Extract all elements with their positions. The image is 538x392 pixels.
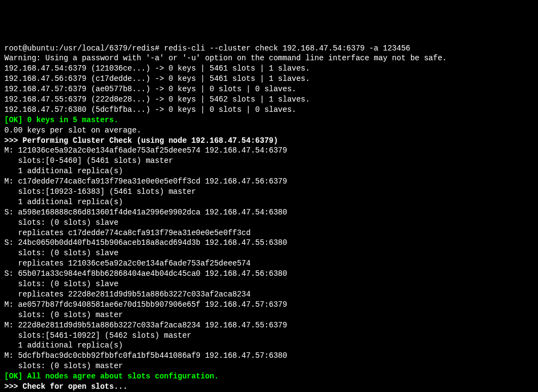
cluster-detail-line: slots:[5461-10922] (5462 slots) master — [4, 331, 534, 341]
node-summary-line: 192.168.47.54:6379 (121036ce...) -> 0 ke… — [4, 64, 534, 74]
cluster-detail-line: slots:[0-5460] (5461 slots) master — [4, 156, 534, 166]
ok-slots-config-line: [OK] All nodes agree about slots configu… — [4, 371, 534, 382]
cluster-detail-line: M: 5dcfbfbac9dc0cbb92fbbfc0fa1bf5b441086… — [4, 351, 534, 361]
cluster-detail-line: replicates c17dedde774ca8cfa913f79ea31e0… — [4, 228, 534, 238]
cluster-detail-line: S: 65b071a33c984e4f8bb62868404ae4b04dc45… — [4, 269, 534, 279]
cluster-detail-line: replicates 121036ce5a92a2c0e134af6ade753… — [4, 258, 534, 269]
node-summary-line: 192.168.47.56:6379 (c17dedde...) -> 0 ke… — [4, 74, 534, 84]
cluster-detail-line: replicates 222d8e2811d9d9b51a886b3227c03… — [4, 289, 534, 300]
cluster-detail-line: M: 121036ce5a92a2c0e134af6ade753af25deee… — [4, 146, 534, 156]
cluster-detail-line: slots: (0 slots) master — [4, 361, 534, 371]
cluster-detail-line: 1 additional replica(s) — [4, 340, 534, 351]
cluster-detail-line: 1 additional replica(s) — [4, 166, 534, 176]
cluster-detail-line: M: 222d8e2811d9d9b51a886b3227c033af2aca8… — [4, 320, 534, 331]
cluster-detail-line: slots: (0 slots) slave — [4, 248, 534, 258]
cluster-detail-line: S: 24bc0650b0dd40fb415b906aceb18a8acd694… — [4, 238, 534, 248]
cluster-detail-line: M: c17dedde774ca8cfa913f79ea31e0e0e5e0ff… — [4, 176, 534, 187]
cluster-detail-line: slots:[10923-16383] (5461 slots) master — [4, 187, 534, 197]
node-summary-line: 192.168.47.57:6379 (ae0577b8...) -> 0 ke… — [4, 84, 534, 94]
avg-keys-line: 0.00 keys per slot on average. — [4, 125, 534, 136]
cluster-detail-line: S: a598e168888c86d813601f4de41a2996e9902… — [4, 207, 534, 218]
ok-keys-line: [OK] 0 keys in 5 masters. — [4, 115, 534, 125]
cluster-detail-line: M: ae0577b87fdc9408581ae6e70d15bb907906e… — [4, 300, 534, 310]
cluster-detail-line: slots: (0 slots) master — [4, 310, 534, 320]
terminal-warning-line: Warning: Using a password with '-a' or '… — [4, 53, 534, 64]
node-summary-line: 192.168.47.55:6379 (222d8e28...) -> 0 ke… — [4, 94, 534, 105]
cluster-detail-line: 1 additional replica(s) — [4, 197, 534, 207]
cluster-detail-line: slots: (0 slots) slave — [4, 279, 534, 289]
cluster-check-header: >>> Performing Cluster Check (using node… — [4, 136, 534, 146]
cluster-detail-line: slots: (0 slots) slave — [4, 218, 534, 228]
terminal-prompt-line[interactable]: root@ubuntu:/usr/local/6379/redis# redis… — [4, 43, 534, 54]
node-summary-line: 192.168.47.57:6380 (5dcfbfba...) -> 0 ke… — [4, 105, 534, 115]
check-open-slots-line: >>> Check for open slots... — [4, 382, 534, 392]
